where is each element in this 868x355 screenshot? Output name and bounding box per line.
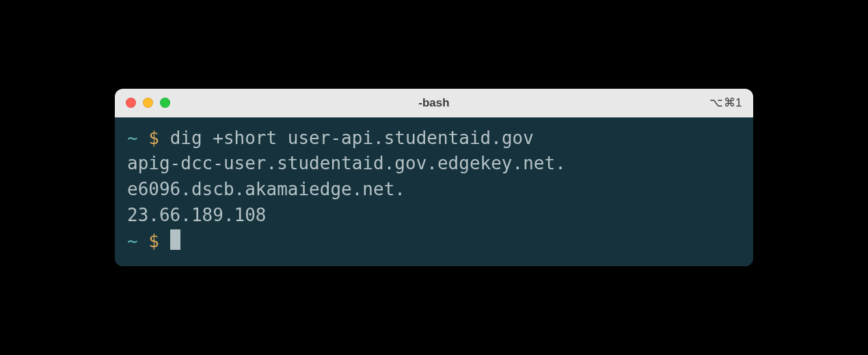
- window-titlebar[interactable]: -bash ⌥⌘1: [115, 89, 753, 117]
- command-text: dig +short user-api.studentaid.gov: [170, 128, 534, 148]
- command-line: ~ $ dig +short user-api.studentaid.gov: [127, 126, 741, 152]
- traffic-lights: [126, 98, 170, 108]
- window-title: -bash: [418, 96, 449, 110]
- prompt-dollar: $: [148, 128, 159, 148]
- tab-shortcut-indicator: ⌥⌘1: [709, 96, 742, 110]
- terminal-body[interactable]: ~ $ dig +short user-api.studentaid.gov a…: [115, 117, 753, 266]
- prompt-line: ~ $: [127, 229, 741, 255]
- prompt-tilde: ~: [127, 128, 138, 148]
- close-button[interactable]: [126, 98, 136, 108]
- zoom-button[interactable]: [160, 98, 170, 108]
- terminal-window: -bash ⌥⌘1 ~ $ dig +short user-api.studen…: [115, 89, 753, 266]
- output-line: e6096.dscb.akamaiedge.net.: [127, 177, 741, 203]
- minimize-button[interactable]: [143, 98, 153, 108]
- cursor: [170, 229, 180, 250]
- prompt-tilde: ~: [127, 231, 138, 251]
- output-line: apig-dcc-user.studentaid.gov.edgekey.net…: [127, 151, 741, 177]
- output-line: 23.66.189.108: [127, 203, 741, 229]
- prompt-dollar: $: [148, 231, 159, 251]
